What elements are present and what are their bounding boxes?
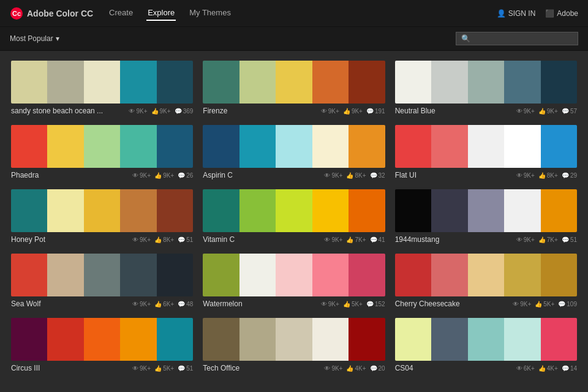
palette-card[interactable]: 1944mustang 👁 9K+ 👍 7K+ 💬 51 bbox=[390, 186, 582, 250]
like-icon: 👍 bbox=[154, 236, 162, 243]
filter-dropdown[interactable]: Most Popular ▾ bbox=[10, 34, 59, 43]
eye-icon: 👁 bbox=[324, 365, 330, 372]
palette-card[interactable]: Sea Wolf 👁 9K+ 👍 6K+ 💬 48 bbox=[6, 250, 198, 314]
comment-icon: 💬 bbox=[370, 365, 377, 372]
comments-count: 109 bbox=[567, 301, 577, 307]
logo-area: Cc Adobe Color CC bbox=[10, 7, 93, 20]
views-stat: 👁 9K+ bbox=[516, 172, 535, 179]
palette-card[interactable]: Phaedra 👁 9K+ 👍 9K+ 💬 26 bbox=[6, 121, 198, 186]
search-bar: Most Popular ▾ 🔍 bbox=[0, 27, 588, 51]
palette-card[interactable]: CS04 👁 6K+ 👍 4K+ 💬 14 bbox=[390, 314, 582, 379]
comments-stat: 💬 369 bbox=[175, 108, 194, 115]
palette-card[interactable]: Aspirin C 👁 9K+ 👍 8K+ 💬 32 bbox=[198, 121, 390, 186]
nav: Create Explore My Themes bbox=[108, 6, 497, 21]
comments-count: 369 bbox=[183, 108, 194, 115]
views-count: 9K+ bbox=[140, 365, 151, 372]
comments-count: 41 bbox=[379, 236, 385, 243]
views-count: 9K+ bbox=[524, 172, 535, 179]
views-stat: 👁 9K+ bbox=[132, 365, 151, 372]
views-stat: 👁 9K+ bbox=[132, 172, 151, 179]
palette-card[interactable]: Watermelon 👁 9K+ 👍 5K+ 💬 152 bbox=[198, 250, 390, 314]
likes-stat: 👍 9K+ bbox=[538, 108, 558, 115]
likes-stat: 👍 5K+ bbox=[535, 301, 554, 307]
palette-stats: 👁 9K+ 👍 9K+ 💬 57 bbox=[516, 108, 577, 115]
filter-text: Most Popular bbox=[10, 34, 53, 43]
color-swatch bbox=[468, 61, 504, 104]
palette-card[interactable]: sandy stone beach ocean ... 👁 9K+ 👍 9K+ … bbox=[6, 57, 198, 121]
adobe-link[interactable]: ⬛ Adobe bbox=[545, 9, 578, 18]
palette-stats: 👁 9K+ 👍 4K+ 💬 20 bbox=[324, 365, 385, 372]
palette-meta: Watermelon 👁 9K+ 👍 5K+ 💬 152 bbox=[203, 300, 385, 308]
eye-icon: 👁 bbox=[513, 301, 519, 307]
palette-stats: 👁 9K+ 👍 5K+ 💬 152 bbox=[321, 301, 385, 307]
palette-name: Neutral Blue bbox=[395, 107, 516, 115]
palette-card[interactable]: Circus III 👁 9K+ 👍 5K+ 💬 51 bbox=[6, 314, 198, 379]
likes-count: 5K+ bbox=[543, 301, 554, 307]
views-stat: 👁 9K+ bbox=[132, 236, 151, 243]
palette-meta: Circus III 👁 9K+ 👍 5K+ 💬 51 bbox=[11, 364, 193, 372]
likes-stat: 👍 7K+ bbox=[346, 236, 366, 243]
palette-stats: 👁 9K+ 👍 7K+ 💬 41 bbox=[324, 236, 385, 243]
views-count: 9K+ bbox=[136, 108, 147, 115]
color-swatch bbox=[468, 189, 504, 232]
views-stat: 👁 9K+ bbox=[324, 172, 342, 179]
comments-stat: 💬 51 bbox=[178, 365, 193, 372]
views-count: 9K+ bbox=[331, 236, 342, 243]
color-swatch bbox=[120, 254, 156, 296]
color-swatch bbox=[431, 125, 467, 168]
views-count: 9K+ bbox=[140, 236, 151, 243]
color-swatch bbox=[504, 61, 540, 104]
palette-name: Vitamin C bbox=[203, 235, 324, 244]
color-swatch bbox=[120, 318, 156, 361]
palette-name: CS04 bbox=[395, 364, 516, 372]
eye-icon: 👁 bbox=[324, 236, 330, 243]
eye-icon: 👁 bbox=[132, 236, 138, 243]
palette-stats: 👁 9K+ 👍 7K+ 💬 51 bbox=[516, 236, 577, 243]
palette-card[interactable]: Firenze 👁 9K+ 👍 9K+ 💬 191 bbox=[198, 57, 390, 121]
likes-count: 8K+ bbox=[163, 236, 174, 243]
header: Cc Adobe Color CC Create Explore My Them… bbox=[0, 0, 588, 27]
comments-stat: 💬 51 bbox=[178, 236, 193, 243]
color-swatch bbox=[239, 189, 276, 232]
likes-count: 7K+ bbox=[547, 236, 558, 243]
palette-meta: Neutral Blue 👁 9K+ 👍 9K+ 💬 57 bbox=[395, 107, 577, 115]
color-swatch bbox=[157, 61, 193, 104]
eye-icon: 👁 bbox=[516, 236, 522, 243]
views-stat: 👁 9K+ bbox=[324, 236, 342, 243]
views-stat: 👁 9K+ bbox=[129, 108, 147, 115]
palette-stats: 👁 9K+ 👍 5K+ 💬 109 bbox=[513, 301, 577, 307]
likes-count: 4K+ bbox=[355, 365, 366, 372]
palette-name: Honey Pot bbox=[11, 235, 132, 244]
color-swatch bbox=[312, 318, 349, 361]
sign-in-button[interactable]: 👤 SIGN IN bbox=[497, 9, 536, 18]
palette-card[interactable]: Tech Office 👁 9K+ 👍 4K+ 💬 20 bbox=[198, 314, 390, 379]
color-swatch bbox=[431, 254, 467, 296]
color-swatch bbox=[431, 189, 467, 232]
nav-create[interactable]: Create bbox=[108, 6, 134, 21]
palette-card[interactable]: Neutral Blue 👁 9K+ 👍 9K+ 💬 57 bbox=[390, 57, 582, 121]
comment-icon: 💬 bbox=[562, 236, 569, 243]
color-swatch bbox=[11, 318, 47, 361]
nav-explore[interactable]: Explore bbox=[146, 6, 176, 21]
likes-count: 8K+ bbox=[355, 172, 366, 179]
color-swatch bbox=[504, 254, 540, 296]
comments-count: 152 bbox=[375, 301, 385, 307]
adobe-logo-icon: Cc bbox=[10, 7, 23, 20]
likes-stat: 👍 9K+ bbox=[154, 172, 174, 179]
palette-card[interactable]: Vitamin C 👁 9K+ 👍 7K+ 💬 41 bbox=[198, 186, 390, 250]
views-stat: 👁 9K+ bbox=[324, 365, 342, 372]
comments-count: 191 bbox=[375, 108, 385, 115]
color-swatch bbox=[349, 125, 385, 168]
color-swatch bbox=[47, 189, 83, 232]
color-swatch bbox=[47, 125, 83, 168]
comment-icon: 💬 bbox=[562, 108, 569, 115]
likes-stat: 👍 4K+ bbox=[538, 365, 558, 372]
search-input[interactable] bbox=[473, 34, 573, 43]
color-swatch bbox=[84, 61, 120, 104]
eye-icon: 👁 bbox=[132, 301, 138, 307]
color-swatch bbox=[47, 61, 83, 104]
palette-card[interactable]: Flat UI 👁 9K+ 👍 8K+ 💬 29 bbox=[390, 121, 582, 186]
palette-card[interactable]: Cherry Cheesecake 👁 9K+ 👍 5K+ 💬 109 bbox=[390, 250, 582, 314]
nav-mythemes[interactable]: My Themes bbox=[188, 6, 232, 21]
palette-card[interactable]: Honey Pot 👁 9K+ 👍 8K+ 💬 51 bbox=[6, 186, 198, 250]
